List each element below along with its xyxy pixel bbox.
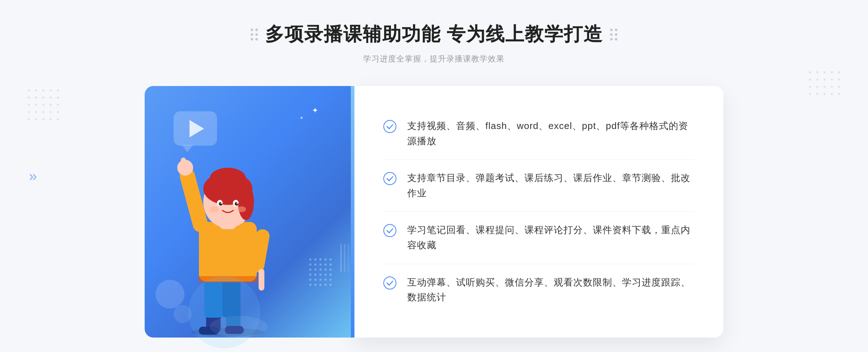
svg-point-18	[50, 111, 52, 113]
svg-point-93	[210, 168, 246, 189]
svg-point-43	[831, 93, 833, 95]
svg-point-106	[384, 277, 396, 289]
left-chevron-decoration: »	[29, 168, 37, 184]
svg-point-50	[309, 263, 311, 266]
svg-point-42	[824, 93, 826, 95]
svg-point-53	[324, 263, 327, 266]
title-row: 多项录播课辅助功能 专为线上教学打造	[251, 22, 617, 47]
feature-text-4: 互动弹幕、试听购买、微信分享、观看次数限制、学习进度跟踪、数据统计	[407, 275, 694, 305]
svg-point-14	[57, 104, 59, 106]
svg-point-65	[309, 279, 311, 281]
svg-point-51	[314, 263, 316, 266]
svg-point-5	[28, 96, 30, 99]
check-circle-icon-4	[383, 276, 396, 289]
svg-point-60	[309, 274, 311, 276]
svg-point-9	[57, 96, 59, 99]
svg-point-24	[57, 118, 59, 120]
stripe-decoration	[340, 244, 349, 272]
svg-point-6	[35, 96, 37, 99]
svg-point-0	[28, 89, 30, 91]
svg-point-69	[329, 279, 332, 281]
content-area: ✦ ✦	[145, 86, 723, 338]
svg-point-7	[42, 96, 44, 99]
svg-point-66	[314, 279, 316, 281]
page-subtitle: 学习进度全掌握，提升录播课教学效果	[251, 53, 617, 64]
svg-point-62	[319, 274, 322, 276]
svg-point-8	[50, 96, 52, 99]
svg-point-27	[824, 71, 826, 73]
svg-rect-86	[181, 158, 186, 171]
svg-point-54	[329, 263, 332, 266]
svg-point-17	[42, 111, 44, 113]
svg-point-13	[50, 104, 52, 106]
feature-item-1: 支持视频、音频、flash、word、excel、ppt、pdf等各种格式的资源…	[383, 108, 694, 160]
svg-point-59	[329, 269, 332, 271]
svg-point-92	[238, 184, 254, 220]
check-circle-icon-1	[383, 120, 396, 133]
sparkle-1: ✦	[312, 106, 318, 115]
left-title-decoration	[251, 29, 258, 40]
svg-point-58	[324, 269, 327, 271]
svg-point-57	[319, 269, 322, 271]
svg-point-38	[831, 86, 833, 88]
svg-point-73	[324, 284, 327, 286]
svg-point-61	[314, 274, 316, 276]
svg-point-104	[384, 172, 396, 185]
svg-point-56	[314, 269, 316, 271]
svg-point-55	[309, 269, 311, 271]
svg-point-68	[324, 279, 327, 281]
svg-point-30	[809, 78, 811, 81]
svg-point-105	[384, 224, 396, 237]
svg-point-37	[824, 86, 826, 88]
right-title-decoration	[610, 29, 617, 40]
svg-point-11	[35, 104, 37, 106]
svg-point-45	[309, 258, 311, 261]
svg-point-40	[809, 93, 811, 95]
svg-point-99	[237, 202, 238, 204]
svg-point-63	[324, 274, 327, 276]
header-section: 多项录播课辅助功能 专为线上教学打造 学习进度全掌握，提升录播课教学效果	[251, 22, 617, 64]
svg-point-22	[42, 118, 44, 120]
svg-point-71	[314, 284, 316, 286]
illustration-right-accent	[351, 86, 354, 338]
feature-item-3: 学习笔记回看、课程提问、课程评论打分、课件资料下载，重点内容收藏	[383, 212, 694, 264]
svg-point-34	[838, 78, 840, 81]
svg-point-31	[816, 78, 818, 81]
page-container: » 多项录播课辅助功能 专为线上教学打造	[0, 0, 868, 352]
feature-item-4: 互动弹幕、试听购买、微信分享、观看次数限制、学习进度跟踪、数据统计	[383, 264, 694, 316]
svg-point-52	[319, 263, 322, 266]
svg-point-49	[329, 258, 332, 261]
svg-point-36	[816, 86, 818, 88]
sparkle-2: ✦	[299, 115, 304, 121]
feature-item-2: 支持章节目录、弹题考试、课后练习、课后作业、章节测验、批改作业	[383, 160, 694, 212]
svg-point-101	[237, 206, 246, 212]
play-icon	[190, 120, 204, 137]
svg-point-15	[28, 111, 30, 113]
svg-point-103	[384, 120, 396, 133]
svg-point-28	[831, 71, 833, 73]
svg-point-33	[831, 78, 833, 81]
feature-text-3: 学习笔记回看、课程提问、课程评论打分、课件资料下载，重点内容收藏	[407, 223, 694, 253]
svg-point-74	[329, 284, 332, 286]
feature-text-2: 支持章节目录、弹题考试、课后练习、课后作业、章节测验、批改作业	[407, 171, 694, 201]
svg-point-12	[42, 104, 44, 106]
svg-point-25	[809, 71, 811, 73]
svg-point-47	[319, 258, 322, 261]
svg-point-100	[210, 206, 218, 212]
illustration-panel: ✦ ✦	[145, 86, 354, 338]
svg-point-3	[50, 89, 52, 91]
svg-point-64	[329, 274, 332, 276]
svg-point-4	[57, 89, 59, 91]
svg-point-97	[235, 202, 238, 206]
svg-point-44	[838, 93, 840, 95]
check-circle-icon-3	[383, 224, 396, 237]
svg-point-35	[809, 86, 811, 88]
svg-point-23	[50, 118, 52, 120]
svg-point-20	[28, 118, 30, 120]
svg-point-19	[57, 111, 59, 113]
svg-point-46	[314, 258, 316, 261]
glow-circle	[188, 276, 260, 348]
svg-point-67	[319, 279, 322, 281]
feature-text-1: 支持视频、音频、flash、word、excel、ppt、pdf等各种格式的资源…	[407, 119, 694, 149]
svg-rect-88	[259, 269, 264, 291]
